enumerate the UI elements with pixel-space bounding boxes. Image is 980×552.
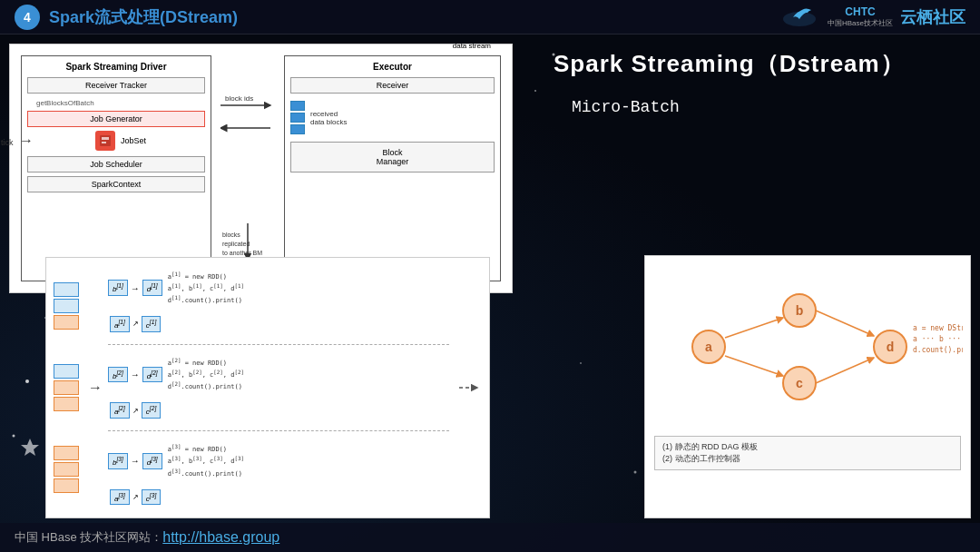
batch-2-code: a[2] = new RDD() a[2], b[2], c[2], d[2] … <box>168 357 244 392</box>
svg-rect-14 <box>102 142 106 143</box>
dstream-arrow: → <box>88 265 103 510</box>
spark-streaming-title: Spark Streaming（Dstream） <box>554 48 962 80</box>
batch-3-code: a[3] = new RDD() a[3], b[3], c[3], d[3] … <box>168 443 244 478</box>
svg-text:d.count().print(): d.count().print() <box>913 346 963 354</box>
batch-2: b[2] → d[2] a[2] = new RDD() a[2], b[2],… <box>108 357 449 392</box>
received-data-row: receiveddata blocks <box>290 101 495 134</box>
queue-group-2 <box>54 364 83 411</box>
rdd-a2: a[2] <box>110 402 130 419</box>
batch-2-nodes: b[2] → d[2] <box>108 367 162 383</box>
rdd-b2: b[2] <box>108 367 128 383</box>
driver-title: Spark Streaming Driver <box>27 62 205 72</box>
rdd-dag-svg: a b c d <box>654 265 963 429</box>
dstream-diagram: → b[1] → d[1] a[1] = new RDD() a[1], b[1… <box>45 257 490 518</box>
batch-1: b[1] → d[1] a[1] = new RDD() a[1], b[1],… <box>108 271 449 306</box>
dag-legend: (1) 静态的 RDD DAG 模板 (2) 动态的工作控制器 <box>654 436 961 470</box>
bird-icon <box>779 1 820 33</box>
main-content: clock tick → Spark Streaming Driver Rece… <box>0 34 980 523</box>
driver-box: Spark Streaming Driver Receiver Tracker … <box>21 55 211 281</box>
svg-text:a ··· b ··· c ··· d ···: a ··· b ··· c ··· d ··· <box>913 335 963 343</box>
dashed-arrow-svg <box>455 360 482 415</box>
rdd-a3: a[3] <box>110 489 130 506</box>
svg-text:a: a <box>705 340 712 354</box>
batch-1-code: a[1] = new RDD() a[1], b[1], c[1], d[1] … <box>168 271 244 306</box>
svg-line-33 <box>816 310 874 336</box>
svg-point-11 <box>805 9 808 13</box>
legend-item-2: (2) 动态的工作控制器 <box>662 453 953 465</box>
job-generator-box: Job Generator <box>27 111 205 127</box>
rdd-d1: d[1] <box>142 280 162 296</box>
arch-diagram: clock tick → Spark Streaming Driver Rece… <box>9 44 513 293</box>
executor-title: Executor <box>290 62 495 72</box>
dstream-content: → b[1] → d[1] a[1] = new RDD() a[1], b[1… <box>54 265 482 510</box>
footer-text: 中国 HBase 技术社区网站： <box>15 529 162 546</box>
svg-text:to another BM: to another BM <box>222 250 262 256</box>
get-blocks-label: getBlocksOfBatch <box>36 99 205 107</box>
block-manager-box: BlockManager <box>290 142 495 172</box>
rdd-d2: d[2] <box>142 367 162 383</box>
svg-text:b: b <box>796 303 804 318</box>
jobset-icon <box>95 131 115 151</box>
queue-group-1 <box>54 282 83 330</box>
executor-box: Executor data stream Receiver receivedda… <box>284 55 501 281</box>
svg-rect-13 <box>102 137 109 140</box>
rdd-d3: d[3] <box>142 453 162 469</box>
slide-title: Spark流式处理(DStream) <box>49 6 238 28</box>
data-stream-label: data stream <box>453 42 491 50</box>
batch-1-nodes: b[1] → d[1] <box>108 280 162 296</box>
micro-batch-label: Micro-Batch <box>554 98 962 116</box>
receiver-box: Receiver <box>290 77 495 94</box>
svg-line-34 <box>816 358 874 383</box>
svg-text:c: c <box>796 376 803 390</box>
legend-item-1: (1) 静态的 RDD DAG 模板 <box>662 441 953 453</box>
logo-area: CHTC 中国HBase技术社区 云栖社区 <box>779 1 965 33</box>
yunsi-logo: 云栖社区 <box>900 6 965 28</box>
spark-context-box: SparkContext <box>27 176 205 192</box>
queue-group-3 <box>54 446 83 493</box>
svg-line-32 <box>725 356 783 376</box>
rdd-dag-panel: a b c d <box>644 255 971 518</box>
rdd-b3: b[3] <box>108 453 128 469</box>
slide-number: 4 <box>15 5 40 30</box>
rdd-a1: a[1] <box>110 316 130 332</box>
batch-3-ac: a[3] ↗ c[3] <box>110 489 449 506</box>
svg-line-31 <box>725 318 783 338</box>
rdd-c3: c[3] <box>142 489 161 506</box>
rdd-c1: c[1] <box>142 316 161 332</box>
rdd-b1: b[1] <box>108 280 128 296</box>
batch-1-ac: a[1] ↗ c[1] <box>110 316 449 332</box>
received-data-label: receiveddata blocks <box>310 110 347 126</box>
svg-text:blocks: blocks <box>222 232 240 238</box>
header: 4 Spark流式处理(DStream) CHTC 中国HBase技术社区 云栖… <box>0 0 980 34</box>
data-blocks <box>290 101 305 134</box>
jobset-row: JobSet <box>36 131 205 151</box>
jobset-label: JobSet <box>121 136 146 145</box>
svg-rect-12 <box>100 135 111 146</box>
rdd-c2: c[2] <box>142 402 161 419</box>
footer: 中国 HBase 技术社区网站： http://hbase.group <box>0 523 980 552</box>
svg-text:a = new DStream(): a = new DStream() <box>913 324 963 332</box>
svg-text:d: d <box>887 340 895 354</box>
dstream-dashed-arrow <box>455 265 482 510</box>
batch-2-ac: a[2] ↗ c[2] <box>110 402 449 419</box>
receiver-tracker-box: Receiver Tracker <box>27 77 205 94</box>
svg-text:block ids: block ids <box>225 94 253 103</box>
footer-link[interactable]: http://hbase.group <box>162 529 279 546</box>
left-panel: clock tick → Spark Streaming Driver Rece… <box>0 34 535 523</box>
middle-arrows: block ids blocks replicated to another B… <box>220 55 275 281</box>
job-scheduler-box: Job Scheduler <box>27 156 205 172</box>
chtc-logo: CHTC 中国HBase技术社区 <box>828 5 893 28</box>
queue-blocks-column <box>54 265 83 510</box>
svg-text:replicated: replicated <box>222 241 250 248</box>
batch-groups: b[1] → d[1] a[1] = new RDD() a[1], b[1],… <box>108 265 449 510</box>
batch-3-nodes: b[3] → d[3] <box>108 453 162 469</box>
right-panel: Spark Streaming（Dstream） Micro-Batch a b… <box>535 34 980 523</box>
batch-3: b[3] → d[3] a[3] = new RDD() a[3], b[3],… <box>108 443 449 478</box>
